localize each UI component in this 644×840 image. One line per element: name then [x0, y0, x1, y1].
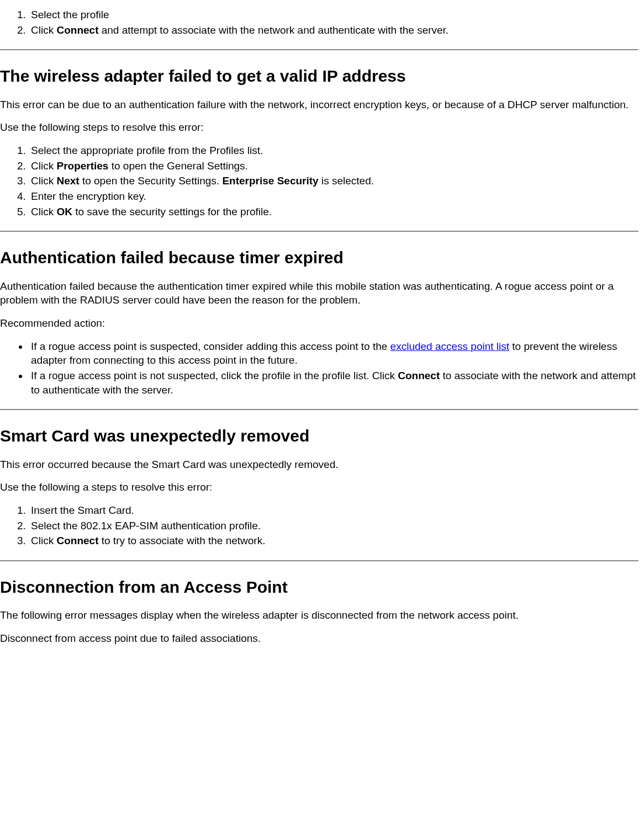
step-text-pre: Click [31, 175, 56, 187]
list-item: Select the appropriate profile from the … [29, 143, 638, 158]
list-item: Click Properties to open the General Set… [29, 159, 638, 173]
action-text-pre: If a rogue access point is suspected, co… [31, 341, 390, 352]
step-text-pre: Click [31, 535, 56, 546]
sec2-actions: If a rogue access point is suspected, co… [0, 339, 638, 397]
sec3-steps: Insert the Smart Card. Select the 802.1x… [0, 503, 638, 548]
list-item: Click Connect and attempt to associate w… [29, 23, 638, 38]
list-item: Insert the Smart Card. [29, 503, 638, 518]
enterprise-security-bold: Enterprise Security [222, 175, 318, 187]
step-text-post: to try to associate with the network. [98, 535, 265, 546]
divider [0, 49, 638, 50]
list-item: Select the profile [29, 8, 638, 22]
connect-bold: Connect [56, 24, 98, 36]
step-text: Select the 802.1x EAP-SIM authentication… [31, 520, 261, 531]
step-text: Enter the encryption key. [31, 190, 146, 202]
list-item: Click Next to open the Security Settings… [29, 174, 638, 188]
paragraph: This error can be due to an authenticati… [0, 98, 638, 112]
heading-auth-timer: Authentication failed because timer expi… [0, 247, 638, 268]
paragraph: The following error messages display whe… [0, 608, 638, 623]
connect-bold: Connect [56, 535, 98, 546]
step-text-post: to save the security settings for the pr… [72, 206, 272, 217]
list-item: Enter the encryption key. [29, 189, 638, 204]
step-text-post: and attempt to associate with the networ… [98, 24, 448, 36]
list-item: Click Connect to try to associate with t… [29, 534, 638, 548]
intro-steps-list: Select the profile Click Connect and att… [0, 8, 638, 37]
step-text-pre: Click [31, 24, 56, 36]
heading-smart-card: Smart Card was unexpectedly removed [0, 426, 638, 446]
paragraph: Disconnect from access point due to fail… [0, 631, 638, 646]
paragraph: Use the following steps to resolve this … [0, 120, 638, 135]
step-text-mid: to open the Security Settings. [80, 175, 223, 187]
step-text-post: to open the General Settings. [108, 160, 247, 172]
step-text: Insert the Smart Card. [31, 504, 134, 516]
list-item: Click OK to save the security settings f… [29, 205, 638, 219]
list-item: If a rogue access point is not suspected… [29, 369, 638, 397]
properties-bold: Properties [56, 160, 108, 172]
action-text-pre: If a rogue access point is not suspected… [31, 370, 398, 381]
divider [0, 231, 638, 232]
divider [0, 409, 638, 410]
step-text-pre: Click [31, 160, 56, 172]
next-bold: Next [56, 175, 79, 187]
divider [0, 560, 638, 561]
list-item: If a rogue access point is suspected, co… [29, 339, 638, 368]
step-text: Select the profile [31, 9, 109, 20]
paragraph: This error occurred because the Smart Ca… [0, 458, 638, 472]
step-text-post: is selected. [319, 175, 374, 187]
sec1-steps: Select the appropriate profile from the … [0, 143, 638, 219]
step-text: Select the appropriate profile from the … [31, 145, 263, 156]
excluded-ap-link[interactable]: excluded access point list [390, 341, 509, 352]
heading-wireless-ip: The wireless adapter failed to get a val… [0, 66, 638, 87]
paragraph: Use the following a steps to resolve thi… [0, 480, 638, 495]
paragraph: Recommended action: [0, 316, 638, 331]
connect-bold: Connect [398, 370, 440, 381]
heading-disconnection: Disconnection from an Access Point [0, 577, 638, 598]
paragraph: Authentication failed because the authen… [0, 279, 638, 307]
step-text-pre: Click [31, 206, 56, 217]
list-item: Select the 802.1x EAP-SIM authentication… [29, 519, 638, 533]
ok-bold: OK [56, 206, 72, 217]
